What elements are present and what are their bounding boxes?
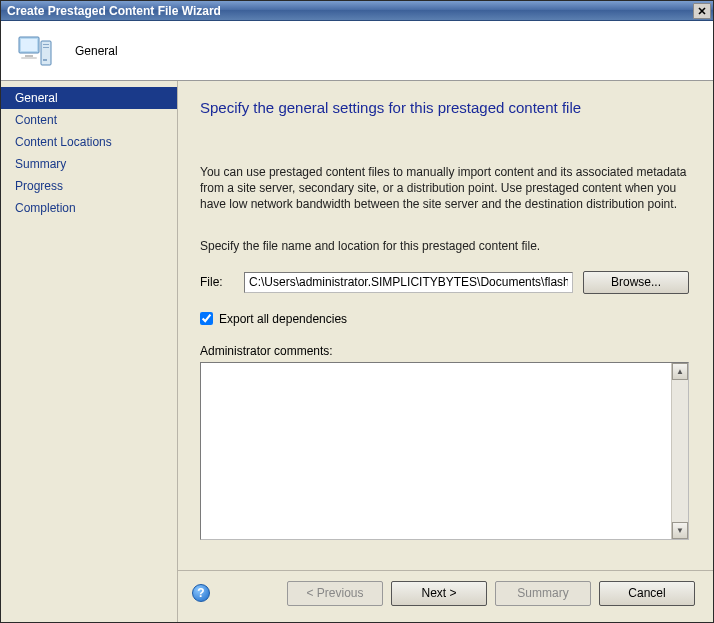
sidebar-step-content-locations[interactable]: Content Locations <box>1 131 177 153</box>
comments-label: Administrator comments: <box>200 344 689 358</box>
sidebar-step-summary[interactable]: Summary <box>1 153 177 175</box>
sidebar-step-completion[interactable]: Completion <box>1 197 177 219</box>
comments-container: ▲ ▼ <box>200 362 689 540</box>
browse-button[interactable]: Browse... <box>583 271 689 294</box>
comments-scrollbar[interactable]: ▲ ▼ <box>671 363 688 539</box>
sidebar-label: Content <box>15 113 57 127</box>
file-row: File: Browse... <box>200 271 689 294</box>
sidebar-label: Summary <box>15 157 66 171</box>
svg-rect-1 <box>21 39 37 51</box>
page-description: You can use prestaged content files to m… <box>200 164 689 213</box>
svg-rect-5 <box>43 59 47 61</box>
comments-textarea[interactable] <box>201 363 671 539</box>
wizard-body: General Content Content Locations Summar… <box>1 81 713 622</box>
wizard-footer: ? < Previous Next > Summary Cancel <box>178 570 713 616</box>
close-icon <box>698 7 706 15</box>
svg-rect-2 <box>25 55 33 57</box>
svg-rect-7 <box>43 47 49 48</box>
sidebar-label: Content Locations <box>15 135 112 149</box>
summary-button[interactable]: Summary <box>495 581 591 606</box>
computer-icon <box>15 31 55 71</box>
sidebar-step-general[interactable]: General <box>1 87 177 109</box>
sidebar-label: General <box>15 91 58 105</box>
header-step-title: General <box>75 44 118 58</box>
sidebar-label: Progress <box>15 179 63 193</box>
title-bar[interactable]: Create Prestaged Content File Wizard <box>1 1 713 21</box>
wizard-sidebar: General Content Content Locations Summar… <box>1 81 177 622</box>
file-path-input[interactable] <box>244 272 573 293</box>
export-dependencies-label: Export all dependencies <box>219 312 347 326</box>
next-button[interactable]: Next > <box>391 581 487 606</box>
page-heading: Specify the general settings for this pr… <box>200 99 689 116</box>
previous-button[interactable]: < Previous <box>287 581 383 606</box>
scroll-down-icon[interactable]: ▼ <box>672 522 688 539</box>
wizard-content: Specify the general settings for this pr… <box>178 81 713 622</box>
export-dependencies-checkbox[interactable] <box>200 312 213 325</box>
wizard-header: General <box>1 21 713 81</box>
file-label: File: <box>200 275 234 289</box>
window-title: Create Prestaged Content File Wizard <box>7 4 221 18</box>
close-button[interactable] <box>693 3 711 19</box>
sidebar-step-progress[interactable]: Progress <box>1 175 177 197</box>
scroll-track[interactable] <box>672 380 688 522</box>
help-icon[interactable]: ? <box>192 584 210 602</box>
svg-rect-6 <box>43 44 49 45</box>
sidebar-label: Completion <box>15 201 76 215</box>
scroll-up-icon[interactable]: ▲ <box>672 363 688 380</box>
export-dependencies-row[interactable]: Export all dependencies <box>200 312 689 326</box>
svg-rect-3 <box>21 57 37 59</box>
page-instruction: Specify the file name and location for t… <box>200 239 689 253</box>
cancel-button[interactable]: Cancel <box>599 581 695 606</box>
wizard-window: Create Prestaged Content File Wizard Gen… <box>0 0 714 623</box>
sidebar-step-content[interactable]: Content <box>1 109 177 131</box>
